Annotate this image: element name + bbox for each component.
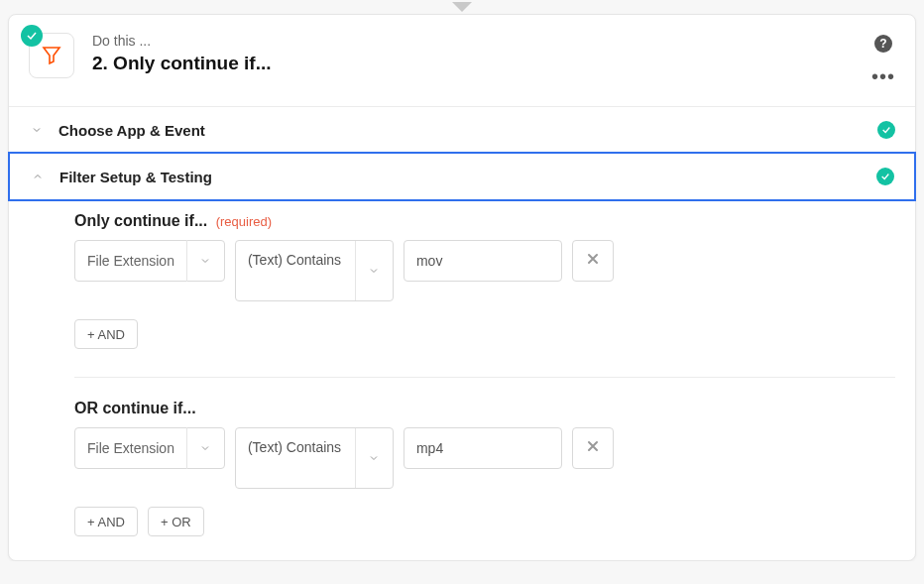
add-and-button[interactable]: + AND [74,319,138,349]
section-filter-setup[interactable]: Filter Setup & Testing [8,152,916,201]
remove-condition-button[interactable] [572,427,614,469]
more-menu-icon[interactable]: ••• [871,66,895,86]
help-icon[interactable]: ? [874,35,892,53]
operator-select-value: (Text) Contains [236,428,355,488]
app-icon-wrap [29,33,74,78]
chevron-down-icon [186,240,224,282]
section-title: Choose App & Event [58,122,877,139]
section-complete-icon [877,121,895,139]
group-label: OR continue if... [74,400,895,417]
group-label: Only continue if... (required) [74,212,895,230]
value-input[interactable]: mp4 [404,427,562,469]
field-select[interactable]: File Extension [74,427,225,469]
status-check-icon [21,25,43,47]
operator-select-value: (Text) Contains [236,241,355,300]
field-select[interactable]: File Extension [74,240,225,282]
chevron-down-icon [186,427,224,469]
only-continue-label: Only continue if... [74,212,207,229]
chevron-down-icon [29,122,45,138]
add-or-button[interactable]: + OR [148,507,204,536]
section-choose-app-event[interactable]: Choose App & Event [9,107,915,153]
step-header: Do this ... 2. Only continue if... ? ••• [9,15,915,106]
section-complete-icon [876,168,894,185]
or-continue-label: OR continue if... [74,400,196,416]
field-select-value: File Extension [75,440,186,456]
step-title: 2. Only continue if... [92,53,864,74]
close-icon [585,251,601,271]
field-select-value: File Extension [75,253,186,269]
chevron-up-icon [30,169,46,184]
group-divider [74,377,895,378]
section-title: Filter Setup & Testing [59,169,876,185]
value-text: mp4 [416,440,443,456]
value-input[interactable]: mov [404,240,562,282]
step-card: Do this ... 2. Only continue if... ? •••… [8,14,916,561]
chevron-down-icon [355,241,393,300]
required-tag: (required) [216,214,272,229]
value-text: mov [416,253,442,269]
close-icon [585,438,601,458]
filter-panel: Only continue if... (required) File Exte… [9,200,915,560]
do-this-label: Do this ... [92,33,864,49]
add-and-button[interactable]: + AND [74,507,138,536]
flow-arrow-down [452,2,472,12]
chevron-down-icon [355,428,393,488]
operator-select[interactable]: (Text) Contains [235,427,394,489]
remove-condition-button[interactable] [572,240,614,282]
condition-row: File Extension (Text) Contains mov [74,240,895,301]
condition-row: File Extension (Text) Contains mp4 [74,427,895,489]
operator-select[interactable]: (Text) Contains [235,240,394,301]
